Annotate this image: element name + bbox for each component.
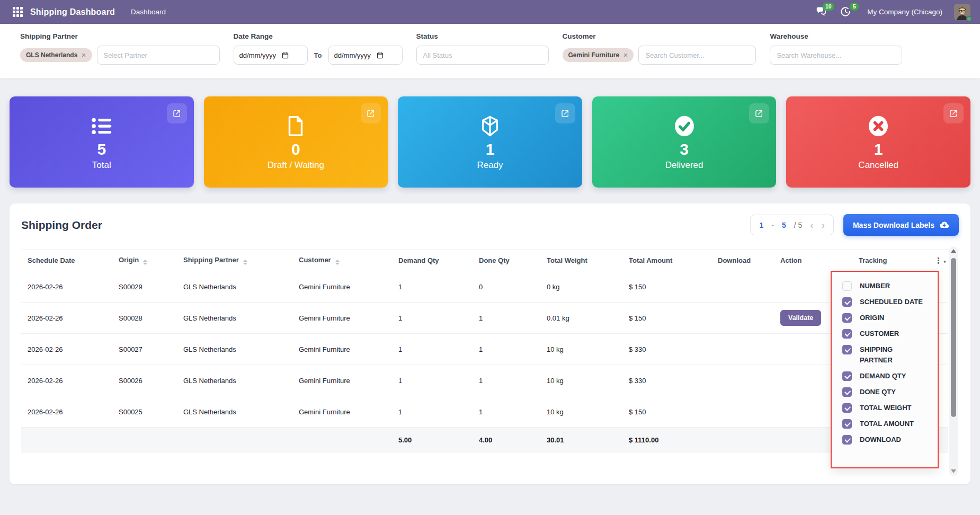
cell-shipping-partner: GLS Netherlands [177, 303, 292, 334]
cell-customer: Gemini Furniture [292, 334, 392, 365]
column-header-label: Schedule Date [28, 256, 75, 264]
column-toggle-total-weight[interactable]: TOTAL WEIGHT [842, 400, 932, 416]
external-link-button[interactable] [943, 103, 964, 123]
column-toggle-shipping-partner[interactable]: SHIPPING PARTNER [842, 342, 932, 368]
column-header-schedule-date: Schedule Date [21, 250, 112, 271]
caret-down-icon: ▾ [943, 259, 946, 264]
validate-button[interactable]: Validate [780, 310, 821, 326]
scroll-down-arrow-icon[interactable] [951, 469, 956, 473]
card-delivered[interactable]: 3 Delivered [592, 96, 777, 188]
cell-download [711, 396, 774, 428]
column-header-label: Done Qty [479, 256, 510, 264]
column-toggle-download[interactable]: DOWNLOAD [842, 432, 932, 448]
shipping-partner-tag[interactable]: GLS Netherlands✕ [20, 48, 92, 62]
order-table-area: Schedule DateOriginShipping PartnerCusto… [21, 250, 959, 476]
tag-remove-icon[interactable]: ✕ [623, 52, 628, 59]
warehouse-input[interactable] [770, 46, 902, 65]
sort-icon[interactable] [143, 260, 147, 265]
cell-schedule-date: 2026-02-26 [21, 271, 112, 303]
tag-label: Gemini Furniture [568, 51, 620, 59]
mass-download-labels-button[interactable]: Mass Download Labels [843, 214, 959, 236]
external-link-button[interactable] [749, 103, 769, 123]
table-row[interactable]: 2026-02-26S00026GLS NetherlandsGemini Fu… [21, 365, 948, 396]
column-header-tracking: Tracking [852, 250, 916, 271]
card-ready[interactable]: 1 Ready [398, 96, 582, 188]
pagination-next-button[interactable]: › [822, 220, 825, 230]
column-visibility-dropdown: NUMBERSCHEDULED DATEORIGINCUSTOMERSHIPPI… [831, 271, 939, 468]
checkbox-checked-icon[interactable] [842, 345, 852, 354]
checkbox-checked-icon[interactable] [842, 387, 852, 397]
table-row[interactable]: 2026-02-26S00028GLS NetherlandsGemini Fu… [21, 303, 948, 334]
cell-origin: S00025 [112, 396, 177, 428]
tag-remove-icon[interactable]: ✕ [81, 52, 86, 59]
checkbox-checked-icon[interactable] [842, 371, 852, 381]
sort-icon[interactable] [243, 260, 247, 265]
card-total[interactable]: 5 Total [10, 96, 194, 188]
external-link-icon [949, 109, 958, 118]
column-header-label: Download [718, 256, 751, 264]
shipping-partner-input[interactable] [97, 46, 220, 65]
column-toggle-demand-qty[interactable]: DEMAND QTY [842, 368, 932, 384]
column-header-label: Tracking [859, 256, 887, 264]
customer-tag[interactable]: Gemini Furniture✕ [563, 48, 634, 62]
checkbox-checked-icon[interactable] [842, 297, 852, 307]
scroll-up-arrow-icon[interactable] [951, 249, 956, 253]
checkbox-checked-icon[interactable] [842, 313, 852, 323]
activities-button[interactable]: 5 [840, 6, 852, 19]
date-to-input[interactable]: dd/mm/yyyy [328, 46, 403, 65]
column-toggle-label: TOTAL WEIGHT [860, 403, 926, 413]
checkbox-checked-icon[interactable] [842, 419, 852, 429]
status-input[interactable] [416, 46, 549, 65]
column-header-label: Origin [119, 256, 139, 264]
column-header-customer[interactable]: Customer [292, 250, 392, 271]
filter-label: Date Range [234, 32, 403, 40]
pagination-end[interactable]: 5 [782, 221, 786, 229]
checkbox-checked-icon[interactable] [842, 329, 852, 339]
column-toggle-customer[interactable]: CUSTOMER [842, 326, 932, 342]
file-icon [283, 114, 308, 138]
date-from-input[interactable]: dd/mm/yyyy [234, 46, 308, 65]
column-header-done-qty: Done Qty [473, 250, 540, 271]
column-toggle-origin[interactable]: ORIGIN [842, 310, 932, 326]
customer-input[interactable] [638, 46, 756, 65]
filter-warehouse: Warehouse [770, 32, 902, 65]
checkbox-checked-icon[interactable] [842, 435, 852, 445]
column-toggle-done-qty[interactable]: DONE QTY [842, 384, 932, 400]
top-navbar: Shipping Dashboard Dashboard 10 5 My Com… [0, 0, 980, 24]
sort-icon[interactable] [335, 260, 340, 265]
column-toggle-total-amount[interactable]: TOTAL AMOUNT [842, 416, 932, 432]
external-link-button[interactable] [361, 103, 381, 123]
pagination-start[interactable]: 1 [759, 221, 763, 229]
filter-label: Status [416, 32, 549, 40]
card-label: Draft / Waiting [268, 160, 324, 171]
vertical-scrollbar[interactable] [949, 246, 958, 476]
column-toggle-number[interactable]: NUMBER [842, 278, 932, 294]
pagination-prev-button[interactable]: ‹ [810, 220, 813, 230]
column-toggle-scheduled-date[interactable]: SCHEDULED DATE [842, 294, 932, 310]
scrollbar-thumb[interactable] [951, 258, 956, 417]
column-header-origin[interactable]: Origin [112, 250, 177, 271]
card-cancelled[interactable]: 1 Cancelled [786, 96, 970, 188]
table-row[interactable]: 2026-02-26S00025GLS NetherlandsGemini Fu… [21, 396, 948, 428]
cell-download [711, 271, 774, 303]
nav-menu-dashboard[interactable]: Dashboard [131, 8, 166, 16]
app-title: Shipping Dashboard [30, 7, 115, 17]
column-header-shipping-partner[interactable]: Shipping Partner [177, 250, 292, 271]
cell-total-amount: $ 150 [622, 396, 711, 428]
external-link-button[interactable] [167, 103, 187, 123]
calendar-icon [281, 51, 289, 59]
column-header-label: Total Weight [547, 256, 587, 264]
table-row[interactable]: 2026-02-26S00027GLS NetherlandsGemini Fu… [21, 334, 948, 365]
user-avatar[interactable] [954, 4, 970, 20]
table-row[interactable]: 2026-02-26S00029GLS NetherlandsGemini Fu… [21, 271, 948, 303]
company-selector[interactable]: My Company (Chicago) [867, 8, 942, 16]
card-draft-waiting[interactable]: 0 Draft / Waiting [204, 96, 388, 188]
external-link-button[interactable] [555, 103, 575, 123]
messages-button[interactable]: 10 [815, 6, 828, 19]
apps-grid-icon[interactable] [13, 7, 23, 17]
shipping-order-panel: Shipping Order 1 - 5 / 5 ‹ › Mass Downlo… [10, 203, 970, 484]
column-header-settings[interactable]: ⋮▾ [916, 250, 948, 271]
checkbox-checked-icon[interactable] [842, 403, 852, 413]
column-toggle-label: DONE QTY [860, 387, 926, 397]
checkbox-unchecked-icon[interactable] [842, 281, 852, 291]
